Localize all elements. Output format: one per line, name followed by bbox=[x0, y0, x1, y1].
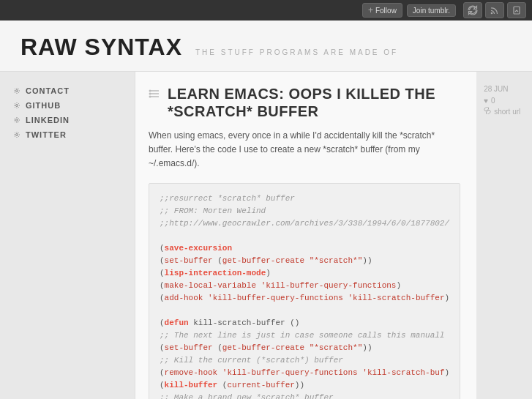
meta-sidebar: 28 JUN ♥ 0 short url bbox=[476, 72, 532, 399]
sidebar-label-twitter: TwiTteR bbox=[26, 130, 67, 139]
code-line-5: (save-excursion bbox=[160, 242, 449, 255]
gear-icon-2 bbox=[13, 102, 20, 109]
follow-button[interactable]: + Follow bbox=[362, 3, 402, 18]
post-menu-icon bbox=[149, 88, 160, 101]
code-line-10 bbox=[160, 305, 449, 317]
meta-short-url[interactable]: short url bbox=[484, 107, 528, 116]
heart-icon: ♥ bbox=[484, 97, 488, 105]
code-line-3: ;;http://www.geocrawler.com/archives/3/3… bbox=[160, 217, 449, 230]
site-header: RAW SYNTAX THE STUFF PROGRAMS ARE MADE O… bbox=[0, 20, 532, 72]
code-line-15: (remove-hook 'kill-buffer-query-function… bbox=[160, 367, 449, 379]
code-line-1: ;;resurrect *scratch* buffer bbox=[160, 193, 449, 205]
meta-date: 28 JUN bbox=[484, 85, 528, 93]
code-line-16: (kill-buffer (current-buffer)) bbox=[160, 379, 449, 392]
code-line-6: (set-buffer (get-buffer-create "*scratch… bbox=[160, 255, 449, 267]
top-bar: + Follow Join tumblr. bbox=[0, 0, 532, 20]
gear-icon-3 bbox=[13, 116, 20, 124]
bookmark-icon[interactable] bbox=[507, 2, 526, 18]
sidebar-item-twitter[interactable]: TwiTteR bbox=[13, 130, 121, 139]
post-title: LEARN EMACS: OOPS I KILLED THE *SCRATCH*… bbox=[168, 85, 435, 120]
code-line-14: ;; Kill the current (*scratch*) buffer bbox=[160, 354, 449, 367]
code-line-8: (make-local-variable 'kill-buffer-query-… bbox=[160, 280, 449, 292]
join-tumblr-button[interactable]: Join tumblr. bbox=[407, 4, 456, 17]
svg-point-10 bbox=[149, 93, 151, 95]
code-line-12: ;; The next line is just in case someone… bbox=[160, 329, 449, 342]
main-content: LEARN EMACS: OOPS I KILLED THE *SCRATCH*… bbox=[135, 72, 476, 399]
svg-point-11 bbox=[149, 96, 151, 98]
code-block: ;;resurrect *scratch* buffer ;; FROM: Mo… bbox=[149, 183, 460, 399]
post-intro: When using emacs, every once in a while … bbox=[149, 129, 449, 171]
refresh-icon[interactable] bbox=[463, 2, 482, 18]
main-layout: CONTACT GITHUB LINKEDIN bbox=[0, 72, 532, 399]
code-line-4 bbox=[160, 230, 449, 242]
svg-point-2 bbox=[16, 90, 18, 92]
code-line-9: (add-hook 'kill-buffer-query-functions '… bbox=[160, 292, 449, 305]
sidebar-item-contact[interactable]: CONTACT bbox=[13, 86, 121, 95]
sidebar-item-linkedin[interactable]: LINKEDIN bbox=[13, 116, 121, 124]
code-line-7: (lisp-interaction-mode) bbox=[160, 267, 449, 280]
site-tagline: THE STUFF PROGRAMS ARE MADE OF bbox=[195, 48, 398, 56]
sidebar-label-github: GITHUB bbox=[26, 101, 61, 110]
sidebar-item-github[interactable]: GITHUB bbox=[13, 101, 121, 110]
top-bar-icons bbox=[463, 2, 526, 18]
svg-point-4 bbox=[16, 119, 18, 122]
sidebar-nav: CONTACT GITHUB LINKEDIN bbox=[13, 86, 121, 139]
post-header: LEARN EMACS: OOPS I KILLED THE *SCRATCH*… bbox=[149, 85, 460, 120]
rss-icon[interactable] bbox=[485, 2, 504, 18]
link-icon bbox=[484, 107, 491, 116]
code-line-11: (defun kill-scratch-buffer () bbox=[160, 317, 449, 329]
gear-icon-4 bbox=[13, 131, 20, 138]
code-line-17: ;; Make a brand new *scratch* buffer bbox=[160, 392, 449, 399]
code-line-2: ;; FROM: Morten Welind bbox=[160, 205, 449, 217]
sidebar: CONTACT GITHUB LINKEDIN bbox=[0, 72, 135, 399]
svg-point-3 bbox=[16, 105, 18, 107]
sidebar-label-contact: CONTACT bbox=[26, 86, 70, 95]
svg-point-5 bbox=[16, 134, 18, 136]
svg-point-9 bbox=[149, 90, 151, 92]
code-line-13: (set-buffer (get-buffer-create "*scratch… bbox=[160, 342, 449, 354]
site-title[interactable]: RAW SYNTAX bbox=[20, 34, 182, 61]
sidebar-label-linkedin: LINKEDIN bbox=[26, 116, 70, 124]
gear-icon bbox=[13, 87, 20, 94]
content-wrapper: LEARN EMACS: OOPS I KILLED THE *SCRATCH*… bbox=[135, 72, 532, 399]
svg-point-0 bbox=[491, 12, 493, 15]
meta-hearts: ♥ 0 bbox=[484, 97, 528, 105]
